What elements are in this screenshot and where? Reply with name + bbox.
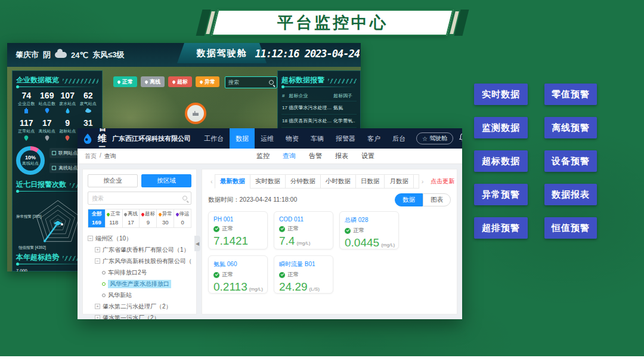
navbar-right-icons: 系统管理员 (459, 133, 462, 144)
filter-all[interactable]: 全部 169 (88, 209, 106, 227)
bottom-white-strip (0, 356, 644, 361)
tree-company-xiangliao[interactable]: + 广东省肇庆香料厂有限公司（1） (88, 244, 191, 255)
tree-site-main-outlet-selected[interactable]: 风华生产废水总排放口 (88, 278, 191, 289)
station-sidebar: 按企业 按区域 全部 169 正常 118 (82, 169, 197, 314)
menu-vehicles[interactable]: 车辆 (305, 128, 330, 149)
legend-abnormal-button[interactable]: 异常 (196, 76, 219, 87)
btn-monitor-data[interactable]: 监测数据 (474, 117, 528, 138)
hatch-decoration (63, 79, 98, 84)
weather-condition: 阴 (43, 50, 51, 60)
wind-info: 东风≤3级 (92, 50, 124, 60)
btn-data-report[interactable]: 数据报表 (544, 184, 597, 205)
filter-normal[interactable]: 正常 118 (106, 209, 123, 227)
menu-alarm-device[interactable]: 报警器 (330, 128, 361, 149)
collapse-box-icon[interactable]: − (95, 258, 100, 264)
sidebar-collapse-handle[interactable]: ◀ (194, 236, 200, 251)
tab-quarter-data[interactable]: 季数据 (413, 174, 419, 189)
tree-site-outlet2[interactable]: 车间排放口2号 (88, 267, 191, 278)
card-instant-flow[interactable]: 瞬时流量 B01 正常 24.29(L/S) (274, 255, 333, 294)
search-icon[interactable] (182, 196, 187, 200)
alarm-row[interactable]: 18 德庆县百美污水处理.. 化学需氧.. (281, 115, 357, 128)
card-cod[interactable]: COD 011 正常 7.4(mg/L) (274, 211, 333, 249)
slide-title-banner: 平台监控中心 (197, 10, 468, 36)
card-ph[interactable]: PH 001 正常 7.1421 (208, 211, 268, 249)
filter-stopped[interactable]: 停运 0 (174, 209, 191, 227)
alarm-row[interactable]: 17 德庆肇水污水处理有.. 氨氮 (281, 101, 357, 115)
tab-latest-data[interactable]: 最新数据 (215, 174, 250, 189)
filter-offline[interactable]: 离线 17 (123, 209, 140, 227)
tab-alerts[interactable]: 告警 (309, 152, 322, 161)
tab-reports[interactable]: 报表 (335, 152, 348, 161)
checkbox-icon[interactable] (52, 151, 56, 155)
overview-panel-title-row: 企业数据概览 (16, 75, 98, 85)
filter-abnormal[interactable]: 异常 30 (157, 209, 174, 227)
expand-box-icon[interactable]: + (95, 315, 100, 319)
tabs-scroll-right-icon[interactable]: › (419, 178, 426, 185)
legend-offline-button[interactable]: 离线 (141, 76, 165, 87)
legend-normal-button[interactable]: 正常 (113, 76, 137, 87)
checkbox-icon[interactable] (52, 166, 56, 170)
tab-hour-data[interactable]: 小时数据 (320, 174, 356, 189)
menu-materials[interactable]: 物资 (280, 128, 305, 149)
overview-title: 企业数据概览 (16, 75, 59, 85)
parameter-cards: PH 001 正常 7.1421 COD 011 正常 7.4(mg/L) 总磷… (208, 211, 451, 294)
tab-day-data[interactable]: 日数据 (355, 174, 385, 189)
btn-zero-alert[interactable]: 零值预警 (544, 84, 597, 105)
tab-minute-data[interactable]: 分钟数据 (285, 174, 321, 189)
cockpit-button[interactable]: ☆ 驾驶舱 (416, 132, 453, 144)
legend-exceed-button[interactable]: 超标 (168, 76, 192, 87)
menu-workbench[interactable]: 工作台 (198, 128, 230, 149)
card-total-phosphorus[interactable]: 总磷 028 正常 0.0445(mg/L) (339, 211, 399, 249)
tree-site-fenghua-new[interactable]: 风华新站 (88, 289, 191, 301)
menu-operations[interactable]: 运维 (255, 128, 280, 149)
abnormal-pin-icon (158, 212, 162, 216)
expand-box-icon[interactable]: + (95, 247, 100, 252)
stat-total-enterprises: 74 企业总数 (16, 91, 37, 113)
dashboard-datetime: 11:12:16 2023-04-24 (255, 48, 360, 60)
stat-exceed-stations: 9 超标站点 (57, 118, 78, 141)
menu-data[interactable]: 数据 (230, 128, 255, 149)
tab-settings[interactable]: 设置 (361, 152, 374, 161)
tab-by-region[interactable]: 按区域 (141, 174, 191, 187)
menu-customers[interactable]: 客户 (361, 128, 386, 149)
tree-company-no1-plant[interactable]: + 肇水第一污水厂（2） (88, 312, 191, 319)
btn-realtime-data[interactable]: 实时数据 (474, 84, 528, 105)
map-marker[interactable] (185, 103, 206, 124)
btn-device-alert[interactable]: 设备预警 (544, 150, 597, 172)
trend-title: 本年超标趋势 (16, 252, 59, 263)
view-data-button[interactable]: 数据 (395, 193, 423, 206)
click-update-label[interactable]: 点击更新 (431, 177, 454, 186)
view-chart-button[interactable]: 图表 (423, 193, 451, 206)
notification-bell-icon[interactable] (459, 133, 462, 144)
tree-company-fenghua[interactable]: − 广东风华高新科技股份有限公司（3... (88, 255, 191, 267)
tab-query[interactable]: 查询 (283, 152, 296, 161)
tab-by-enterprise[interactable]: 按企业 (88, 174, 138, 187)
collapse-box-icon[interactable]: − (88, 236, 93, 241)
sidebar-search-input[interactable] (92, 195, 182, 202)
star-icon: ☆ (422, 135, 428, 142)
btn-overdischarge-alert[interactable]: 超排预警 (474, 217, 528, 239)
stat-normal-stations: 117 正常站点 (16, 118, 37, 141)
temperature: 24℃ (71, 51, 88, 60)
zhiweiyun-app-window: 智维云 广东西江环保科技有限公司 工作台 数据 运维 物资 车辆 报警器 客户 … (78, 128, 462, 319)
filter-exceed[interactable]: 超标 9 (140, 209, 157, 227)
expand-box-icon[interactable]: + (95, 304, 100, 309)
search-icon[interactable] (269, 80, 274, 85)
tree-region-duanzhou[interactable]: − 端州区（10） (88, 233, 191, 244)
pin-icon (199, 79, 203, 84)
btn-abnormal-alert[interactable]: 异常预警 (474, 184, 528, 205)
city-name: 肇庆市 (16, 50, 39, 60)
map-search-input[interactable] (228, 79, 269, 85)
tab-month-data[interactable]: 月数据 (384, 174, 414, 189)
menu-backend[interactable]: 后台 (386, 128, 411, 149)
card-ammonia[interactable]: 氨氮 060 正常 0.2113(mg/L) (208, 255, 268, 294)
tree-company-no2-plant[interactable]: + 肇水第二污水处理厂（2） (88, 301, 191, 312)
btn-exceed-data[interactable]: 超标数据 (474, 150, 528, 172)
btn-constant-alert[interactable]: 恒值预警 (544, 217, 597, 239)
tab-realtime-data[interactable]: 实时数据 (250, 174, 286, 189)
breadcrumb-home[interactable]: 首页 (85, 152, 97, 161)
btn-offline-alert[interactable]: 离线预警 (544, 117, 597, 138)
stat-offline-stations: 17 离线站点 (37, 118, 58, 141)
map-search-box (225, 76, 277, 88)
tab-monitoring[interactable]: 监控 (256, 152, 270, 161)
